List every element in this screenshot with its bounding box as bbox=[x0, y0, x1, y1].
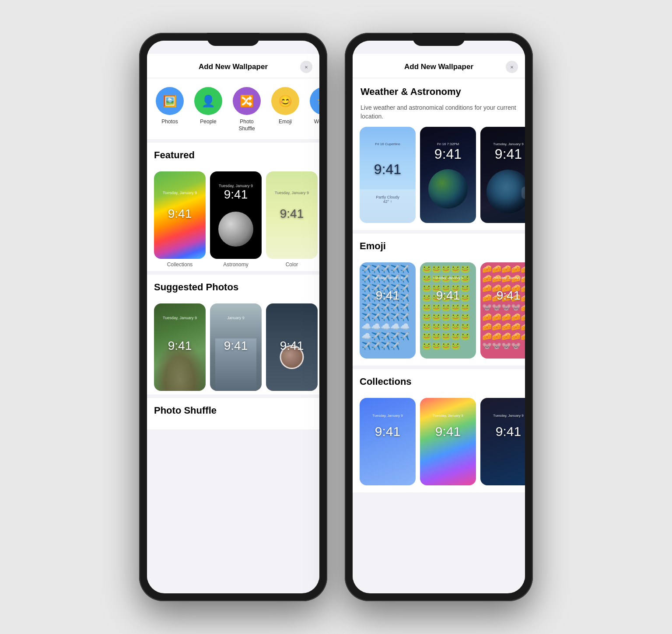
type-photo-shuffle[interactable]: 🔀 PhotoShuffle bbox=[231, 87, 262, 132]
emoji-previews: ✈️✈️✈️✈️✈️✈️✈️✈️✈️✈️✈️✈️✈️✈️✈️✈️✈️✈️✈️✈️… bbox=[353, 258, 525, 366]
weather-label: Weath... bbox=[314, 118, 319, 125]
suggested-previews: Tuesday, January 9 9:41 January 9 9:41 bbox=[147, 299, 319, 394]
type-emoji[interactable]: 😊 Emoji bbox=[270, 87, 301, 132]
sheet-title-left: Add New Wallpaper bbox=[199, 63, 268, 71]
weather-sky[interactable]: Fri 16 Cupertino 9:41 Partly Cloudy42° ↑ bbox=[360, 127, 416, 223]
earth-time: 9:41 bbox=[434, 146, 462, 162]
cat-time: 9:41 bbox=[168, 339, 192, 353]
collection-rainbow[interactable]: Tuesday, January 9 9:41 bbox=[420, 398, 476, 485]
sheet-header-right: Add New Wallpaper × bbox=[353, 54, 525, 78]
weather-earth[interactable]: Fri 16 7:32PM 9:41 bbox=[420, 127, 476, 223]
left-content-area[interactable]: Add New Wallpaper × 🖼️ Photos 👤 Peo bbox=[147, 41, 319, 580]
type-weather[interactable]: ⛅ Weath... bbox=[308, 87, 319, 132]
emoji-frog[interactable]: 🐸🐸🐸🐸🐸🐸🐸🐸🐸🐸🐸🐸🐸🐸🐸🐸🐸🐸🐸🐸🐸🐸🐸🐸🐸🐸🐸🐸🐸🐸🐸🐸🐸🐸🐸🐸🐸🐸🐸🐸… bbox=[420, 262, 476, 359]
color-label: Color bbox=[286, 261, 298, 268]
rainbow-coll-time: 9:41 bbox=[435, 424, 461, 439]
astronomy-label: Astronomy bbox=[223, 261, 248, 268]
cat-date: Tuesday, January 9 bbox=[163, 316, 197, 320]
sky-date: Fri 16 Cupertino bbox=[375, 142, 400, 146]
collections-section-title: Collections bbox=[360, 376, 518, 387]
suggested-person[interactable]: 9:41 bbox=[266, 303, 318, 391]
featured-section: Featured Tuesday, January 9 9:41 Collect… bbox=[147, 143, 319, 271]
featured-previews: Tuesday, January 9 9:41 Collections Tues… bbox=[147, 167, 319, 271]
people-label: People bbox=[200, 118, 216, 125]
emoji-section: Emoji ✈️✈️✈️✈️✈️✈️✈️✈️✈️✈️✈️✈️✈️✈️✈️✈️✈️… bbox=[353, 233, 525, 366]
featured-color[interactable]: Tuesday, January 9 9:41 Color bbox=[266, 171, 318, 268]
sky-time: 9:41 bbox=[374, 161, 401, 178]
weather-section: Weather & Astronomy Live weather and ast… bbox=[353, 78, 525, 230]
suggested-title: Suggested Photos bbox=[154, 282, 312, 293]
weather-type-icon: ⛅ bbox=[310, 87, 319, 115]
blue-collection-preview: Tuesday, January 9 9:41 bbox=[360, 398, 416, 485]
astronomy-time: 9:41 bbox=[224, 188, 248, 202]
close-button-left[interactable]: × bbox=[300, 61, 312, 73]
blue-coll-time: 9:41 bbox=[375, 424, 400, 439]
frog-date: Tuesday, January 9 bbox=[433, 276, 463, 280]
close-button-right[interactable]: × bbox=[506, 61, 518, 73]
weather-section-title: Weather & Astronomy bbox=[360, 86, 517, 98]
suggested-cat[interactable]: Tuesday, January 9 9:41 bbox=[154, 303, 206, 391]
type-people[interactable]: 👤 People bbox=[192, 87, 224, 132]
sheet-title-right: Add New Wallpaper bbox=[404, 63, 473, 71]
rainbow-coll-date: Tuesday, January 9 bbox=[433, 414, 463, 418]
suggested-building[interactable]: January 9 9:41 bbox=[210, 303, 262, 391]
frog-time: 9:41 bbox=[436, 289, 460, 303]
building-preview: January 9 9:41 bbox=[210, 303, 262, 391]
astronomy-preview: Tuesday, January 9 9:41 bbox=[210, 171, 262, 259]
collections-date: Tuesday, January 9 bbox=[163, 191, 197, 195]
person-preview: 9:41 bbox=[266, 303, 318, 391]
rainbow-collection-preview: Tuesday, January 9 9:41 bbox=[420, 398, 476, 485]
earth2-time: 9:41 bbox=[495, 146, 522, 162]
collection-blue[interactable]: Tuesday, January 9 9:41 bbox=[360, 398, 416, 485]
right-phone: Add New Wallpaper × Weather & Astronomy … bbox=[345, 33, 533, 601]
photo-shuffle-label: PhotoShuffle bbox=[238, 118, 255, 132]
collections-previews: Tuesday, January 9 9:41 Tuesday, January… bbox=[353, 394, 525, 492]
dark-collection-preview: Tuesday, January 9 9:41 bbox=[480, 398, 525, 485]
weather-previews: Fri 16 Cupertino 9:41 Partly Cloudy42° ↑… bbox=[353, 127, 525, 230]
type-photos[interactable]: 🖼️ Photos bbox=[154, 87, 186, 132]
earth-preview: Fri 16 7:32PM 9:41 bbox=[420, 127, 476, 223]
cheese-time: 9:41 bbox=[497, 289, 521, 303]
emoji-label: Emoji bbox=[279, 118, 292, 125]
left-phone: Add New Wallpaper × 🖼️ Photos 👤 Peo bbox=[139, 33, 327, 601]
earth2-preview: Tuesday, January 9 9:41 42° bbox=[480, 127, 525, 223]
cheese-preview: 🧀🧀🧀🧀🧀🧀🧀🧀🧀🧀🧀🧀🧀🧀🧀🧀🧀🧀🧀🧀🐭🐭🐭🐭🧀🧀🧀🧀🧀🧀🧀🧀🧀🧀🧀🧀🧀🧀🧀🧀… bbox=[480, 262, 525, 359]
bottom-padding bbox=[353, 496, 525, 513]
wallpaper-types-left: 🖼️ Photos 👤 People 🔀 PhotoShuffle bbox=[147, 78, 319, 139]
cheese-date: Tuesday, January 9 bbox=[493, 276, 523, 280]
suggested-section: Suggested Photos Tuesday, January 9 9:41 bbox=[147, 275, 319, 394]
airplane-date: Tuesday, January 9 bbox=[372, 276, 402, 280]
color-date: Tuesday, January 9 bbox=[275, 191, 309, 195]
airplane-preview: ✈️✈️✈️✈️✈️✈️✈️✈️✈️✈️✈️✈️✈️✈️✈️✈️✈️✈️✈️✈️… bbox=[360, 262, 416, 359]
emoji-airplane[interactable]: ✈️✈️✈️✈️✈️✈️✈️✈️✈️✈️✈️✈️✈️✈️✈️✈️✈️✈️✈️✈️… bbox=[360, 262, 416, 359]
emoji-section-title: Emoji bbox=[360, 240, 518, 252]
dark-coll-date: Tuesday, January 9 bbox=[493, 414, 523, 418]
airplane-time: 9:41 bbox=[376, 289, 400, 303]
people-icon: 👤 bbox=[194, 87, 222, 115]
emoji-cheese[interactable]: 🧀🧀🧀🧀🧀🧀🧀🧀🧀🧀🧀🧀🧀🧀🧀🧀🧀🧀🧀🧀🐭🐭🐭🐭🧀🧀🧀🧀🧀🧀🧀🧀🧀🧀🧀🧀🧀🧀🧀🧀… bbox=[480, 262, 525, 359]
frog-preview: 🐸🐸🐸🐸🐸🐸🐸🐸🐸🐸🐸🐸🐸🐸🐸🐸🐸🐸🐸🐸🐸🐸🐸🐸🐸🐸🐸🐸🐸🐸🐸🐸🐸🐸🐸🐸🐸🐸🐸🐸… bbox=[420, 262, 476, 359]
photo-shuffle-icon: 🔀 bbox=[233, 87, 261, 115]
featured-title: Featured bbox=[154, 150, 312, 161]
featured-astronomy[interactable]: Tuesday, January 9 9:41 Astronomy bbox=[210, 171, 262, 268]
weather-section-desc: Live weather and astronomical conditions… bbox=[360, 104, 517, 121]
cat-preview: Tuesday, January 9 9:41 bbox=[154, 303, 206, 391]
dark-coll-time: 9:41 bbox=[496, 424, 521, 439]
photos-icon: 🖼️ bbox=[156, 87, 184, 115]
featured-collections[interactable]: Tuesday, January 9 9:41 Collections bbox=[154, 171, 206, 268]
person-time: 9:41 bbox=[280, 339, 304, 353]
collection-dark[interactable]: Tuesday, January 9 9:41 bbox=[480, 398, 525, 485]
weather-earth2[interactable]: Tuesday, January 9 9:41 42° bbox=[480, 127, 525, 223]
photos-label: Photos bbox=[161, 118, 178, 125]
collections-label: Collections bbox=[167, 261, 193, 268]
sky-preview: Fri 16 Cupertino 9:41 Partly Cloudy42° ↑ bbox=[360, 127, 416, 223]
phone-screen-right: Add New Wallpaper × Weather & Astronomy … bbox=[353, 41, 525, 593]
collections-preview: Tuesday, January 9 9:41 bbox=[154, 171, 206, 259]
right-content-area[interactable]: Add New Wallpaper × Weather & Astronomy … bbox=[353, 41, 525, 580]
bottom-photo-shuffle: Photo Shuffle bbox=[147, 398, 319, 429]
phone-notch-right bbox=[413, 33, 465, 46]
photo-shuffle-bottom-label: Photo Shuffle bbox=[154, 405, 312, 416]
phone-screen-left: Add New Wallpaper × 🖼️ Photos 👤 Peo bbox=[147, 41, 319, 593]
blue-coll-date: Tuesday, January 9 bbox=[372, 414, 402, 418]
collections-time: 9:41 bbox=[168, 207, 192, 221]
